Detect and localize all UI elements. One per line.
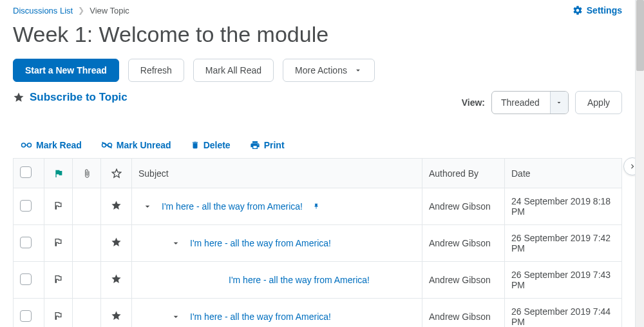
expand-thread-button[interactable] (171, 238, 181, 248)
breadcrumb-separator-icon: ❯ (78, 6, 84, 15)
more-actions-button[interactable]: More Actions (283, 59, 375, 82)
row-checkbox[interactable] (20, 273, 32, 285)
author-cell: Andrew Gibson (422, 225, 505, 262)
pin-icon (312, 201, 319, 212)
chevron-down-icon (354, 66, 363, 75)
row-checkbox[interactable] (20, 237, 32, 248)
table-row: I'm here - all the way from America!Andr… (14, 262, 622, 299)
table-row: I'm here - all the way from America!Andr… (14, 188, 622, 225)
date-cell: 26 September 2019 7:43 PM (505, 262, 622, 299)
row-checkbox[interactable] (20, 200, 32, 212)
expand-thread-button[interactable] (142, 201, 153, 212)
view-controls: View: Threaded Apply (462, 91, 622, 114)
author-cell: Andrew Gibson (422, 188, 505, 225)
date-cell: 26 September 2019 7:42 PM (505, 225, 622, 262)
scrollbar[interactable] (635, 0, 644, 327)
col-subscribe (101, 159, 132, 188)
thread-link[interactable]: I'm here - all the way from America! (162, 201, 303, 212)
flag-toggle[interactable] (53, 201, 63, 210)
flag-icon (53, 168, 64, 179)
settings-label: Settings (587, 5, 622, 15)
glasses-slash-icon (101, 141, 113, 150)
subject-cell: I'm here - all the way from America! (138, 312, 415, 322)
subscribe-toggle[interactable] (111, 237, 122, 248)
star-outline-icon (111, 168, 122, 179)
mark-all-read-button[interactable]: Mark All Read (193, 59, 274, 82)
print-link[interactable]: Print (250, 140, 285, 150)
subscribe-toggle[interactable] (111, 200, 122, 211)
paperclip-icon (82, 168, 91, 179)
start-thread-button[interactable]: Start a New Thread (13, 59, 119, 82)
page-title: Week 1: Welcome to the module (13, 22, 622, 47)
subscribe-link[interactable]: Subscribe to Topic (13, 91, 128, 104)
gear-icon (573, 5, 583, 15)
breadcrumb: Discussions List ❯ View Topic (13, 6, 129, 15)
table-row: I'm here - all the way from America!Andr… (14, 299, 622, 328)
view-select-value: Threaded (492, 92, 550, 114)
flag-toggle[interactable] (53, 311, 63, 321)
col-author: Authored By (422, 159, 505, 188)
mark-unread-link[interactable]: Mark Unread (101, 140, 171, 150)
author-cell: Andrew Gibson (422, 299, 505, 328)
breadcrumb-current: View Topic (90, 6, 129, 15)
subscribe-toggle[interactable] (111, 310, 122, 321)
svg-point-0 (22, 143, 26, 147)
breadcrumb-root-link[interactable]: Discussions List (13, 6, 73, 15)
subject-cell: I'm here - all the way from America! (138, 201, 415, 212)
trash-icon (191, 140, 200, 150)
refresh-button[interactable]: Refresh (128, 59, 184, 82)
flag-toggle[interactable] (53, 237, 63, 247)
col-select (14, 159, 44, 188)
col-subject: Subject (132, 159, 422, 188)
delete-link[interactable]: Delete (191, 140, 231, 150)
scrollbar-thumb[interactable] (636, 0, 644, 71)
glasses-icon (21, 141, 32, 150)
chevron-down-icon (550, 92, 568, 114)
star-icon (13, 92, 24, 103)
col-flag[interactable] (44, 159, 73, 188)
more-actions-label: More Actions (295, 65, 347, 75)
subject-cell: I'm here - all the way from America! (138, 238, 415, 248)
toolbar: Start a New Thread Refresh Mark All Read… (13, 59, 622, 82)
threads-table: Subject Authored By Date I'm here - all … (13, 158, 622, 327)
subscribe-label: Subscribe to Topic (30, 91, 128, 104)
view-label: View: (462, 97, 485, 108)
apply-button[interactable]: Apply (575, 91, 622, 114)
bulk-actions: Mark Read Mark Unread Delete Print (13, 140, 622, 158)
view-select[interactable]: Threaded (491, 91, 569, 114)
col-date: Date (505, 159, 622, 188)
expand-thread-button[interactable] (171, 312, 181, 322)
table-row: I'm here - all the way from America!Andr… (14, 225, 622, 262)
select-all-checkbox[interactable] (20, 166, 32, 178)
printer-icon (250, 140, 260, 150)
subject-cell: I'm here - all the way from America! (138, 275, 415, 285)
flag-toggle[interactable] (53, 274, 63, 284)
subscribe-toggle[interactable] (111, 273, 122, 284)
thread-link[interactable]: I'm here - all the way from America! (190, 238, 331, 248)
date-cell: 26 September 2019 7:44 PM (505, 299, 622, 328)
col-attachment (73, 159, 101, 188)
mark-read-link[interactable]: Mark Read (21, 140, 82, 150)
settings-link[interactable]: Settings (573, 5, 622, 15)
thread-link[interactable]: I'm here - all the way from America! (190, 312, 331, 322)
date-cell: 24 September 2019 8:18 PM (505, 188, 622, 225)
row-checkbox[interactable] (20, 310, 32, 322)
svg-point-1 (28, 143, 32, 147)
thread-link[interactable]: I'm here - all the way from America! (229, 275, 370, 285)
author-cell: Andrew Gibson (422, 262, 505, 299)
